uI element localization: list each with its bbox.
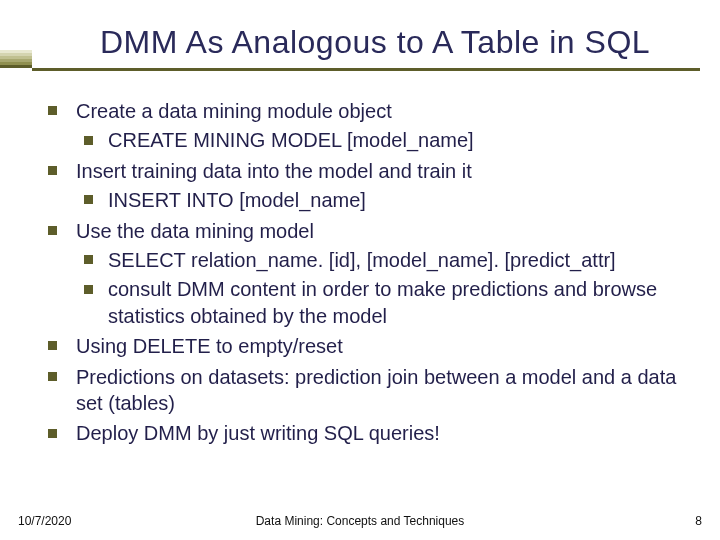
bullet-text: Insert training data into the model and …: [76, 160, 472, 182]
sub-bullet-text: INSERT INTO [model_name]: [108, 189, 366, 211]
sub-bullet-item: INSERT INTO [model_name]: [76, 187, 680, 213]
footer-title: Data Mining: Concepts and Techniques: [0, 514, 720, 528]
bullet-text: Use the data mining model: [76, 220, 314, 242]
bullet-item: Predictions on datasets: prediction join…: [48, 364, 680, 417]
slide-body: Create a data mining module object CREAT…: [48, 98, 680, 451]
bullet-text: Deploy DMM by just writing SQL queries!: [76, 422, 440, 444]
bullet-text: Predictions on datasets: prediction join…: [76, 366, 676, 414]
footer-page-number: 8: [695, 514, 702, 528]
slide: DMM As Analogous to A Table in SQL Creat…: [0, 0, 720, 540]
sub-bullet-item: SELECT relation_name. [id], [model_name]…: [76, 247, 680, 273]
bullet-item: Create a data mining module object CREAT…: [48, 98, 680, 154]
bullet-item: Use the data mining model SELECT relatio…: [48, 218, 680, 330]
title-area: DMM As Analogous to A Table in SQL: [32, 24, 700, 61]
sub-bullet-text: CREATE MINING MODEL [model_name]: [108, 129, 474, 151]
bullet-item: Deploy DMM by just writing SQL queries!: [48, 420, 680, 446]
sub-bullet-item: CREATE MINING MODEL [model_name]: [76, 127, 680, 153]
title-rule: [32, 68, 700, 71]
slide-title: DMM As Analogous to A Table in SQL: [32, 24, 660, 61]
bullet-item: Insert training data into the model and …: [48, 158, 680, 214]
bullet-text: Create a data mining module object: [76, 100, 392, 122]
sub-bullet-text: SELECT relation_name. [id], [model_name]…: [108, 249, 616, 271]
decorative-bars: [0, 50, 32, 68]
bullet-item: Using DELETE to empty/reset: [48, 333, 680, 359]
bullet-text: Using DELETE to empty/reset: [76, 335, 343, 357]
sub-bullet-item: consult DMM content in order to make pre…: [76, 276, 680, 329]
footer: 10/7/2020 Data Mining: Concepts and Tech…: [0, 514, 720, 528]
footer-date: 10/7/2020: [18, 514, 71, 528]
sub-bullet-text: consult DMM content in order to make pre…: [108, 278, 657, 326]
